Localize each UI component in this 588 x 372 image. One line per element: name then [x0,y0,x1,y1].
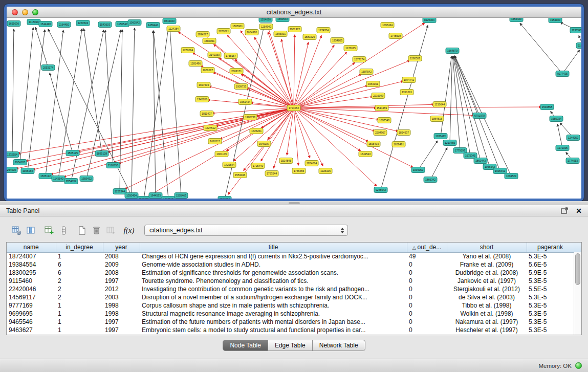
table-cell[interactable]: 6 [56,260,103,269]
graph-node[interactable]: 1505493 [367,141,380,147]
graph-node[interactable]: 1649543 [359,151,372,157]
table-cell[interactable]: 1997 [103,277,140,285]
graph-node[interactable]: 1954105 [13,160,27,165]
graph-node[interactable]: 1936442 [493,168,507,174]
tab-network-table[interactable]: Network Table [313,340,365,351]
graph-edge[interactable] [294,81,403,108]
graph-edge[interactable] [450,56,452,143]
table-cell[interactable]: 0 [407,277,447,285]
graph-node[interactable]: 1454420 [510,18,523,22]
graph-edge[interactable] [170,27,181,195]
graph-edge[interactable] [153,31,156,195]
table-scrollbar-thumb[interactable] [575,253,580,285]
table-cell[interactable]: 9777169 [7,301,56,310]
table-row[interactable]: 1938455462009Genome-wide association stu… [7,260,574,269]
graph-node[interactable]: 1514845 [279,158,293,164]
graph-node[interactable]: 1656237 [201,68,214,73]
graph-node[interactable]: 1864616 [430,116,444,122]
graph-node[interactable]: 1505132 [39,173,52,179]
table-cell[interactable]: Embryonic stem cells: a model to study s… [140,326,407,334]
table-cell[interactable]: Estimation of significance thresholds fo… [140,269,407,277]
graph-node[interactable]: 1553046 [233,172,247,178]
graph-node[interactable]: 1254943 [259,24,273,30]
graph-node[interactable]: 1130545 [570,28,581,33]
graph-node[interactable]: 1094523 [505,173,518,179]
graph-node[interactable]: 2280694 [181,48,194,53]
graph-node[interactable]: 1583229 [303,34,316,40]
table-row[interactable]: 2242004622012Investigating the contribut… [7,285,574,293]
graph-node[interactable]: 1655036 [7,21,20,27]
graph-node[interactable]: 1865901 [231,24,244,29]
graph-node[interactable]: 1763544 [265,171,278,177]
graph-node[interactable]: 1758157 [224,53,237,59]
table-cell[interactable]: 9699695 [7,310,56,318]
graph-node[interactable]: 1210644 [433,102,446,107]
graph-node[interactable]: 1097434 [381,23,394,28]
graph-node[interactable]: 1219465 [443,140,456,146]
graph-node[interactable]: 2063171 [230,69,243,74]
table-cell[interactable]: 5.9E-5 [527,269,574,277]
graph-node[interactable]: 1725440 [251,163,265,169]
graph-edge[interactable] [48,29,132,195]
network-graph[interactable]: 1724062112438422806941281496189452715820… [7,18,581,199]
table-cell[interactable]: 2 [56,285,103,293]
column-header-title[interactable]: title [140,243,407,252]
table-cell[interactable]: Stergiakouli et al. (2012) [447,285,527,293]
graph-node[interactable]: 1260543 [76,20,90,26]
graph-node[interactable]: 6791970 [473,113,486,119]
table-cell[interactable]: 1997 [103,326,140,334]
graph-node[interactable]: 1593858 [540,104,554,110]
graph-node[interactable]: 1986733 [244,115,257,120]
table-cell[interactable]: 1 [56,310,103,318]
graph-node[interactable]: 1774053 [566,158,579,164]
table-cell[interactable]: 14569117 [7,293,56,301]
table-cell[interactable]: Genome-wide association studies in ADHD. [140,260,407,269]
graph-node[interactable]: 1645187 [257,141,271,147]
column-header-out-de-[interactable]: △out_de... [407,243,447,252]
graph-node[interactable]: 1944533 [149,193,162,199]
graph-node[interactable]: 1723544 [223,162,236,168]
graph-node[interactable]: 1779193 [453,148,467,154]
graph-node[interactable]: 1505135 [66,150,79,156]
graph-node[interactable]: 1926106 [319,168,332,174]
graph-node[interactable]: 1094053 [411,167,425,173]
table-cell[interactable]: 5.3E-5 [527,293,574,301]
graph-node[interactable]: 1961372 [288,27,301,32]
graph-edge[interactable] [35,27,48,68]
graph-node[interactable]: 2160650 [106,163,120,168]
graph-node[interactable]: 1680334 [550,116,563,122]
graph-node[interactable]: 1664161 [366,81,380,87]
table-cell[interactable]: 2003 [103,293,140,301]
table-cell[interactable]: Jankovic et al. (1997) [447,277,527,285]
graph-edge[interactable] [281,39,294,108]
graph-node[interactable]: 2143160 [208,52,221,58]
column-header-short[interactable]: short [447,243,527,252]
table-cell[interactable]: Yano et al. (2008) [447,252,527,260]
graph-node[interactable]: 1254030 [7,167,17,173]
table-cell[interactable]: 5.3E-5 [527,301,574,310]
table-cell[interactable]: 1998 [103,301,140,310]
graph-node[interactable]: 8544103 [163,18,176,24]
table-row[interactable]: 911546021997Tourette syndrome. Phenomeno… [7,277,574,285]
table-row[interactable]: 1872400712008Changes of HCN gene express… [7,252,574,260]
graph-node[interactable]: 2204907 [374,130,387,136]
graph-node[interactable]: 1514469 [375,105,388,111]
graph-node[interactable]: 1060542 [128,20,141,26]
float-panel-icon[interactable] [561,207,569,214]
graph-node[interactable]: 1264504 [218,196,231,199]
table-cell[interactable]: 2 [56,293,103,301]
table-cell[interactable]: Franke et al. (2009) [447,260,527,269]
import-table-button[interactable] [103,224,118,237]
graph-node[interactable]: 1660543 [276,18,289,22]
graph-edge[interactable] [294,35,295,108]
table-cell[interactable]: 9463627 [7,326,56,334]
table-cell[interactable]: 5.3E-5 [527,277,574,285]
graph-node[interactable]: 1854937 [397,130,410,136]
graph-node[interactable]: 2164450 [57,22,71,28]
table-cell[interactable]: 5.3E-5 [527,310,574,318]
column-header-year[interactable]: year [103,243,140,252]
graph-node[interactable]: 1427512 [204,125,217,131]
graph-edge[interactable] [294,52,346,108]
graph-edge[interactable] [441,56,451,136]
table-scrollbar[interactable] [574,252,581,335]
